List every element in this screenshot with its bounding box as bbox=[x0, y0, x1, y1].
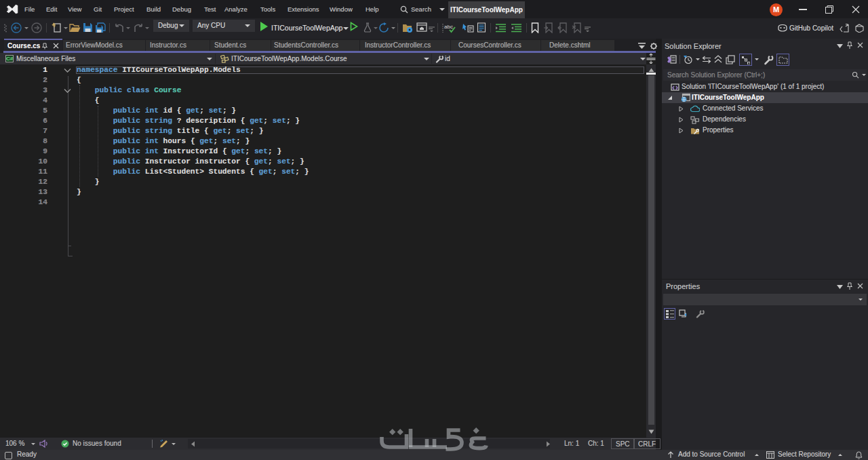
svg-text:abc: abc bbox=[444, 24, 453, 30]
